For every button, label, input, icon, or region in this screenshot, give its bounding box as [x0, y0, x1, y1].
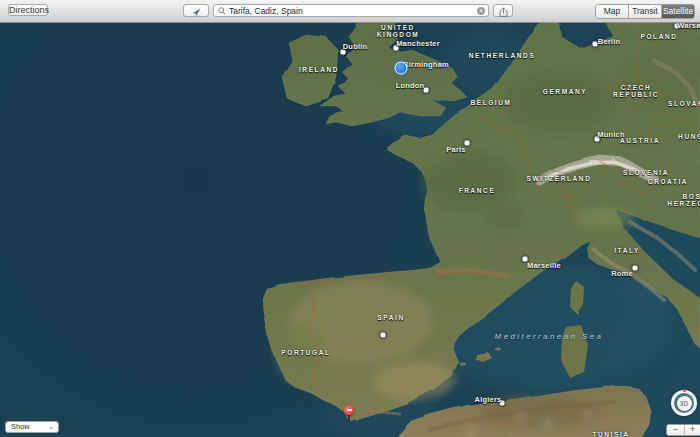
zoom-control: − + [666, 424, 700, 436]
tab-transit[interactable]: Transit [629, 5, 662, 18]
clear-search-icon[interactable]: × [477, 7, 485, 15]
location-arrow-icon [192, 8, 201, 17]
city-marker-paris[interactable] [464, 140, 471, 147]
chevron-down-icon: ⌄ [48, 422, 54, 432]
toolbar: Directions × Map Transit Satellite [0, 0, 700, 23]
zoom-in-button[interactable]: + [685, 425, 700, 435]
show-dropdown[interactable]: Show ⌄ [5, 421, 59, 433]
maps-window: Directions × Map Transit Satellite [0, 0, 700, 437]
city-marker-rome[interactable] [632, 265, 639, 272]
terrain-layer [0, 22, 700, 437]
city-marker-algiers[interactable] [499, 400, 506, 407]
compass-3d-label: 3D [677, 396, 692, 411]
city-marker-dublin[interactable] [340, 49, 347, 56]
satellite-map[interactable]: UNITEDKINGDOM IRELAND NETHERLANDS BELGIU… [0, 22, 700, 437]
city-marker-marseille[interactable] [522, 256, 529, 263]
current-location-button[interactable] [183, 4, 209, 17]
pin-head [344, 405, 354, 415]
city-marker-manchester[interactable] [393, 45, 400, 52]
map-type-segmented-control: Map Transit Satellite [595, 4, 695, 19]
show-dropdown-label: Show [11, 422, 30, 431]
compass-north-icon [683, 389, 686, 392]
city-marker-madrid[interactable] [380, 332, 387, 339]
search-input[interactable] [229, 5, 477, 16]
user-location-dot[interactable] [395, 62, 408, 75]
zoom-out-button[interactable]: − [667, 425, 685, 435]
tab-map[interactable]: Map [596, 5, 629, 18]
tab-satellite[interactable]: Satellite [662, 5, 694, 18]
search-icon [218, 7, 226, 15]
compass-3d-control[interactable]: 3D [671, 390, 697, 416]
directions-button[interactable]: Directions [8, 4, 48, 16]
share-button[interactable] [493, 4, 513, 17]
city-marker-berlin[interactable] [592, 41, 599, 48]
dropped-pin-tarifa[interactable] [344, 405, 354, 415]
city-marker-warsaw[interactable] [674, 23, 681, 30]
city-marker-munich[interactable] [594, 136, 601, 143]
search-field[interactable]: × [213, 4, 489, 17]
share-icon [499, 7, 508, 17]
city-marker-london[interactable] [423, 87, 430, 94]
